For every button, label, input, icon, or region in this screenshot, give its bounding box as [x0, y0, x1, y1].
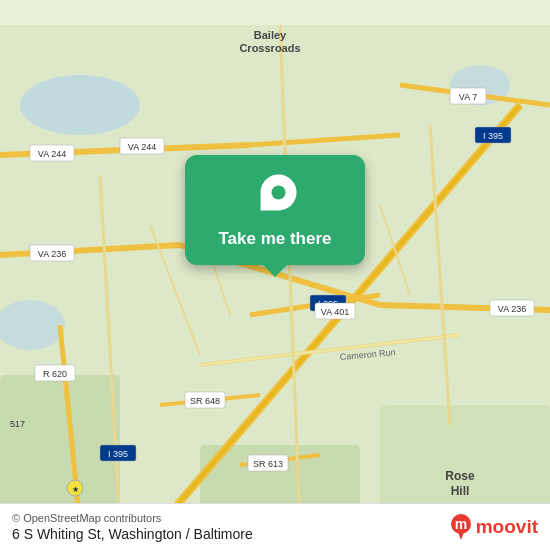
- pin-icon-wrapper: [246, 167, 304, 225]
- svg-text:R 620: R 620: [43, 369, 67, 379]
- svg-marker-61: [458, 532, 464, 540]
- moovit-logo: m moovit: [450, 513, 538, 541]
- svg-text:VA 7: VA 7: [459, 92, 477, 102]
- svg-text:SR 648: SR 648: [190, 396, 220, 406]
- svg-text:VA 244: VA 244: [38, 149, 66, 159]
- take-me-there-button[interactable]: Take me there: [218, 229, 331, 249]
- osm-credit: © OpenStreetMap contributors: [12, 512, 253, 524]
- bottom-bar: © OpenStreetMap contributors 6 S Whiting…: [0, 503, 550, 550]
- svg-text:VA 236: VA 236: [38, 249, 66, 259]
- svg-text:Bailey: Bailey: [254, 29, 287, 41]
- moovit-text: moovit: [476, 516, 538, 538]
- svg-text:I 395: I 395: [108, 449, 128, 459]
- popup-card[interactable]: Take me there: [185, 155, 365, 265]
- svg-text:Rose: Rose: [445, 469, 475, 483]
- svg-text:VA 236: VA 236: [498, 304, 526, 314]
- svg-text:VA 401: VA 401: [321, 307, 349, 317]
- svg-text:517: 517: [10, 419, 25, 429]
- svg-text:m: m: [454, 516, 466, 532]
- map-container: VA 244 VA 244 VA 236 VA 236 I 395 I 395 …: [0, 0, 550, 550]
- moovit-pin-icon: m: [450, 513, 472, 541]
- svg-text:Crossroads: Crossroads: [239, 42, 300, 54]
- location-pin-icon: [261, 174, 297, 210]
- bottom-bar-left: © OpenStreetMap contributors 6 S Whiting…: [12, 512, 253, 542]
- address-text: 6 S Whiting St, Washington / Baltimore: [12, 526, 253, 542]
- svg-text:Hill: Hill: [451, 484, 470, 498]
- svg-text:★: ★: [72, 485, 79, 494]
- svg-text:VA 244: VA 244: [128, 142, 156, 152]
- svg-text:I 395: I 395: [483, 131, 503, 141]
- svg-text:SR 613: SR 613: [253, 459, 283, 469]
- svg-point-1: [20, 75, 140, 135]
